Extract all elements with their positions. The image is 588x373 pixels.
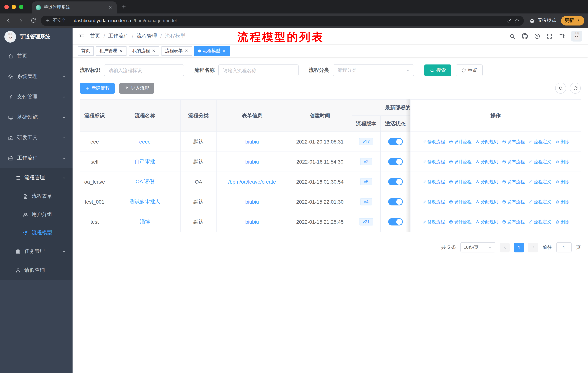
close-icon[interactable] bbox=[184, 49, 189, 53]
sidebar-item-user-group[interactable]: 用户分组 bbox=[0, 205, 73, 224]
key-icon[interactable] bbox=[507, 18, 512, 23]
status-toggle[interactable] bbox=[388, 138, 403, 145]
action-publish[interactable]: 发布流程 bbox=[502, 219, 525, 225]
close-icon[interactable] bbox=[222, 49, 226, 53]
sidebar-item-leave-query[interactable]: 请假查询 bbox=[0, 261, 73, 280]
action-delete[interactable]: 删除 bbox=[555, 199, 569, 205]
close-window-button[interactable] bbox=[4, 5, 9, 9]
sidebar-fold-icon[interactable] bbox=[78, 33, 85, 39]
breadcrumb-item[interactable]: 流程管理 bbox=[137, 33, 157, 39]
view-tag[interactable]: 流程表单 bbox=[161, 46, 192, 56]
browser-tab[interactable]: 芋道管理系统 bbox=[32, 1, 117, 13]
status-toggle[interactable] bbox=[388, 158, 403, 165]
sidebar-item-process-form[interactable]: 流程表单 bbox=[0, 187, 73, 205]
form-info-link[interactable]: biubiu bbox=[245, 159, 259, 165]
goto-page-input[interactable] bbox=[556, 242, 572, 252]
menu-dots-icon[interactable] bbox=[576, 18, 581, 23]
filter-id-input[interactable] bbox=[104, 64, 184, 76]
action-design[interactable]: 设计流程 bbox=[449, 219, 472, 225]
create-process-button[interactable]: 新建流程 bbox=[80, 83, 115, 93]
filter-name-input[interactable] bbox=[218, 64, 299, 76]
sidebar-item-task-mgmt[interactable]: 任务管理 bbox=[0, 242, 73, 261]
action-edit[interactable]: 修改流程 bbox=[422, 179, 445, 185]
sidebar-item-devtool[interactable]: 研发工具 bbox=[0, 128, 73, 148]
new-tab-button[interactable] bbox=[121, 4, 126, 10]
status-toggle[interactable] bbox=[388, 198, 403, 205]
close-icon[interactable] bbox=[152, 49, 156, 53]
action-delete[interactable]: 删除 bbox=[555, 159, 569, 165]
action-define[interactable]: 流程定义 bbox=[528, 199, 551, 205]
sidebar-item-infra[interactable]: 基础设施 bbox=[0, 107, 73, 128]
breadcrumb-item[interactable]: 工作流程 bbox=[108, 33, 129, 39]
filter-category-select[interactable]: 流程分类 bbox=[333, 64, 414, 76]
import-process-button[interactable]: 导入流程 bbox=[119, 83, 154, 93]
action-assign[interactable]: 分配规则 bbox=[475, 159, 498, 165]
action-define[interactable]: 流程定义 bbox=[528, 139, 551, 145]
action-delete[interactable]: 删除 bbox=[555, 219, 569, 225]
action-edit[interactable]: 修改流程 bbox=[422, 219, 445, 225]
process-name-link[interactable]: 自己审批 bbox=[135, 159, 155, 164]
sidebar-item-process-model[interactable]: 流程模型 bbox=[0, 224, 73, 242]
minimize-window-button[interactable] bbox=[12, 5, 16, 9]
process-name-link[interactable]: 滔博 bbox=[140, 219, 150, 224]
action-design[interactable]: 设计流程 bbox=[449, 159, 472, 165]
next-page-button[interactable] bbox=[528, 242, 538, 252]
form-info-link[interactable]: biubiu bbox=[245, 219, 259, 225]
action-publish[interactable]: 发布流程 bbox=[502, 199, 525, 205]
toggle-search-button[interactable] bbox=[555, 83, 566, 94]
reset-button[interactable]: 重置 bbox=[456, 64, 483, 76]
zoom-window-button[interactable] bbox=[19, 5, 23, 9]
prev-page-button[interactable] bbox=[500, 242, 510, 252]
search-icon[interactable] bbox=[509, 33, 515, 39]
action-edit[interactable]: 修改流程 bbox=[422, 199, 445, 205]
status-toggle[interactable] bbox=[388, 178, 403, 185]
user-avatar[interactable] bbox=[571, 30, 582, 41]
sidebar-item-system[interactable]: 系统管理 bbox=[0, 66, 73, 87]
action-define[interactable]: 流程定义 bbox=[528, 159, 551, 165]
process-name-link[interactable]: OA 请假 bbox=[136, 179, 154, 184]
action-delete[interactable]: 删除 bbox=[555, 179, 569, 185]
security-label[interactable]: 不安全 bbox=[52, 18, 66, 24]
search-button[interactable]: 搜索 bbox=[424, 64, 451, 76]
action-design[interactable]: 设计流程 bbox=[449, 199, 472, 205]
sidebar-item-process-mgmt[interactable]: 流程管理 bbox=[0, 168, 73, 187]
sidebar-item-home[interactable]: 首页 bbox=[0, 46, 73, 66]
process-name-link[interactable]: eeee bbox=[139, 139, 151, 145]
page-number-button[interactable]: 1 bbox=[514, 242, 524, 252]
close-icon[interactable] bbox=[119, 49, 123, 53]
view-tag[interactable]: 流程模型 bbox=[194, 46, 230, 56]
github-icon[interactable] bbox=[522, 33, 528, 39]
action-assign[interactable]: 分配规则 bbox=[475, 219, 498, 225]
bookmark-star-icon[interactable] bbox=[514, 18, 519, 23]
action-define[interactable]: 流程定义 bbox=[528, 179, 551, 185]
action-publish[interactable]: 发布流程 bbox=[502, 179, 525, 185]
view-tag[interactable]: 我的流程 bbox=[129, 46, 159, 56]
action-design[interactable]: 设计流程 bbox=[449, 179, 472, 185]
action-delete[interactable]: 删除 bbox=[555, 139, 569, 145]
help-icon[interactable] bbox=[534, 33, 540, 39]
form-info-link[interactable]: biubiu bbox=[245, 199, 259, 205]
action-assign[interactable]: 分配规则 bbox=[475, 179, 498, 185]
action-edit[interactable]: 修改流程 bbox=[422, 159, 445, 165]
status-toggle[interactable] bbox=[388, 218, 403, 225]
tab-close-icon[interactable] bbox=[107, 5, 113, 10]
action-design[interactable]: 设计流程 bbox=[449, 139, 472, 145]
action-edit[interactable]: 修改流程 bbox=[422, 139, 445, 145]
form-info-link[interactable]: /bpm/oa/leave/create bbox=[228, 179, 276, 185]
sidebar-item-pay[interactable]: 支付管理 bbox=[0, 87, 73, 107]
update-button[interactable]: 更新 bbox=[561, 16, 584, 25]
sidebar-item-workflow[interactable]: 工作流程 bbox=[0, 148, 73, 168]
action-publish[interactable]: 发布流程 bbox=[502, 159, 525, 165]
action-define[interactable]: 流程定义 bbox=[528, 219, 551, 225]
view-tag[interactable]: 首页 bbox=[78, 46, 94, 56]
refresh-table-button[interactable] bbox=[570, 83, 581, 94]
breadcrumb-item[interactable]: 首页 bbox=[90, 33, 100, 39]
form-info-link[interactable]: biubiu bbox=[245, 139, 259, 145]
back-icon[interactable] bbox=[4, 16, 13, 25]
action-assign[interactable]: 分配规则 bbox=[475, 139, 498, 145]
action-assign[interactable]: 分配规则 bbox=[475, 199, 498, 205]
url-bar[interactable]: 不安全 dashboard.yudao.iocoder.cn/bpm/manag… bbox=[41, 15, 524, 26]
view-tag[interactable]: 租户管理 bbox=[96, 46, 126, 56]
fullscreen-icon[interactable] bbox=[546, 33, 553, 39]
font-size-icon[interactable] bbox=[559, 33, 565, 39]
